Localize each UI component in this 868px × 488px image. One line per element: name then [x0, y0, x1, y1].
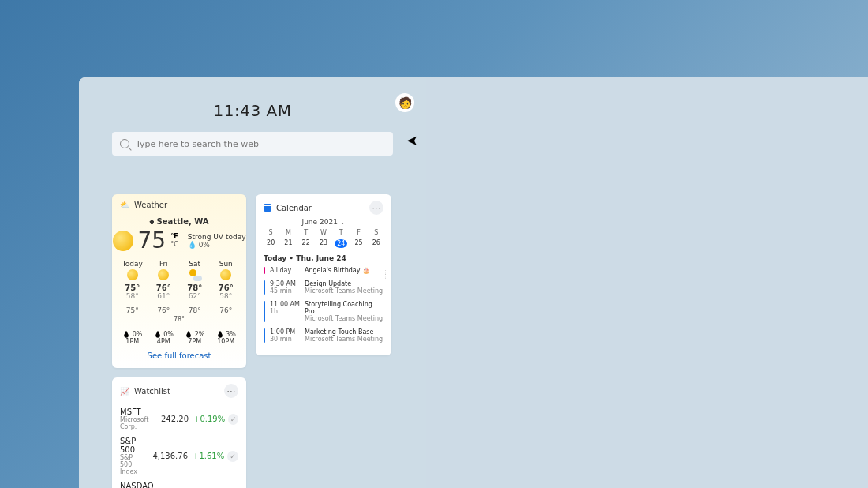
sunny-icon [220, 269, 231, 280]
forecast-day[interactable]: Fri76°61° [150, 260, 177, 300]
hourly-temp: 76° [214, 306, 238, 314]
sun-icon [113, 231, 133, 251]
weather-title: Weather [134, 201, 167, 209]
calendar-title: Calendar [276, 204, 312, 212]
calendar-day[interactable]: 22 [300, 239, 312, 248]
weekday-label: W [317, 229, 330, 236]
unit-f[interactable]: °F [170, 233, 178, 241]
precip-cell: 0%4PM [154, 331, 174, 345]
uv-info: Strong UV today 💧 0% [188, 233, 246, 249]
watchlist-more-button[interactable]: ⋯ [224, 384, 238, 398]
hourly-temp: 78° [183, 306, 207, 314]
current-temp: 75 [138, 227, 166, 253]
calendar-more-button[interactable]: ⋯ [369, 201, 383, 215]
calendar-today-label: Today • Thu, June 24 [256, 248, 391, 265]
calendar-day[interactable]: 21 [282, 239, 294, 248]
calendar-day[interactable]: 23 [317, 239, 330, 248]
stock-row[interactable]: MSFTMicrosoft Corp.242.20+0.19%✓ [112, 404, 246, 434]
calendar-day[interactable]: 25 [353, 239, 365, 248]
location-pin-icon [149, 220, 154, 224]
search-placeholder: Type here to search the web [136, 139, 259, 149]
weather-location: Seattle, WA [112, 217, 246, 226]
sunny-icon [127, 269, 138, 280]
calendar-event[interactable]: All dayAngela's Birthday 🎂 [256, 265, 391, 279]
partly-icon [189, 269, 200, 280]
search-box[interactable]: Type here to search the web [112, 132, 393, 156]
calendar-event[interactable]: 1:00 PM30 minMarketing Touch BaseMicroso… [256, 327, 391, 347]
hourly-temp: 76° [152, 306, 175, 314]
mouse-cursor: ➤ [406, 132, 418, 148]
watchlist-widget[interactable]: 📈 Watchlist ⋯ MSFTMicrosoft Corp.242.20+… [112, 377, 246, 488]
see-full-forecast-link[interactable]: See full forecast [112, 351, 246, 360]
pin-icon[interactable]: ✓ [228, 414, 238, 425]
hourly-extra: 78° [174, 316, 185, 323]
calendar-day[interactable]: 24 [335, 239, 347, 248]
calendar-event[interactable]: 9:30 AM45 minDesign UpdateMicrosoft Team… [256, 279, 391, 299]
chevron-down-icon: ⌄ [340, 219, 346, 226]
weekday-label: S [370, 229, 383, 236]
weekday-label: M [282, 229, 294, 236]
weekday-label: S [264, 229, 277, 236]
search-icon [120, 139, 129, 148]
forecast-day[interactable]: Sun76°58° [212, 260, 239, 300]
panel-clock: 11:43 AM [79, 101, 426, 120]
weather-widget[interactable]: ⛅ Weather Seattle, WA 75 °F °C Strong UV… [112, 194, 246, 368]
weather-icon: ⛅ [120, 201, 129, 209]
calendar-widget[interactable]: Calendar ⋯ June 2021 ⌄ SMTWTFS 202122232… [256, 194, 391, 355]
user-avatar[interactable]: 🧑 [395, 93, 414, 112]
precip-cell: 2%7PM [185, 331, 204, 345]
widgets-panel: 🧑 11:43 AM Type here to search the web ⛅… [79, 77, 426, 488]
calendar-day[interactable]: 20 [264, 239, 277, 248]
weekday-label: F [353, 229, 365, 236]
sunny-icon [158, 269, 169, 280]
calendar-icon [264, 204, 271, 212]
forecast-day[interactable]: Today75°58° [119, 260, 146, 300]
weekday-label: T [300, 229, 312, 236]
weather-current: 75 °F °C Strong UV today 💧 0% [112, 227, 246, 253]
precip-cell: 3%10PM [216, 331, 236, 345]
unit-c[interactable]: °C [170, 241, 178, 249]
calendar-month-picker[interactable]: June 2021 ⌄ [256, 218, 391, 229]
watchlist-title: Watchlist [134, 387, 170, 396]
stock-row[interactable]: NASDAQNASDAQ Index13,786.76+0.13%✓ [112, 479, 246, 488]
calendar-event[interactable]: 11:00 AM1hStorytelling Coaching Pro…Micr… [256, 299, 391, 327]
pin-icon[interactable]: ✓ [227, 451, 238, 462]
precip-cell: 0%1PM [122, 331, 142, 345]
hourly-temp: 75° [121, 306, 144, 314]
weekday-label: T [335, 229, 347, 236]
stock-row[interactable]: S&P 500S&P 500 Index4,136.76+1.61%✓ [112, 434, 246, 479]
calendar-day[interactable]: 26 [370, 239, 383, 248]
calendar-resize-handle[interactable]: ⋮⋮ [383, 271, 388, 279]
forecast-day[interactable]: Sat78°62° [181, 260, 208, 300]
watchlist-icon: 📈 [120, 387, 129, 396]
